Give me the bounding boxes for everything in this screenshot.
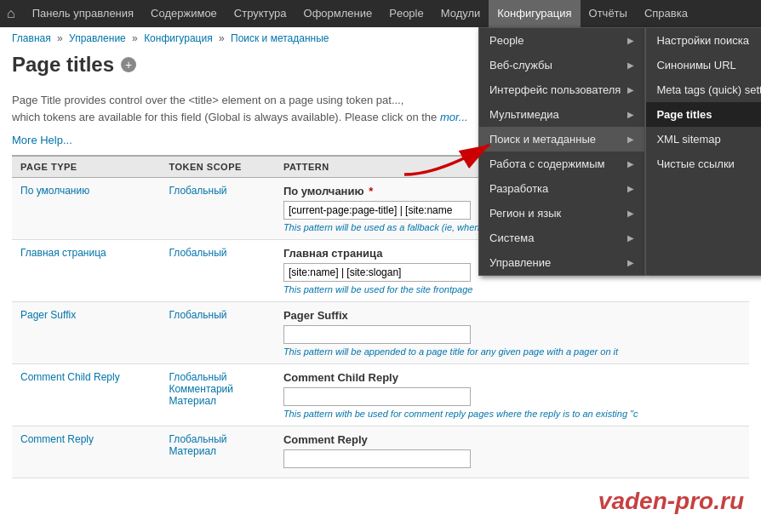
nav-design[interactable]: Оформление [295,0,381,27]
pattern-hint: This pattern will be appended to a page … [283,346,741,357]
breadcrumb-search-meta[interactable]: Поиск и метаданные [231,32,329,44]
arrow-icon: ▶ [627,36,634,45]
description-text2: which tokens are available for this fiel… [12,111,440,123]
nav-help[interactable]: Справка [636,0,696,27]
dropdown-level2: Настройки поиска Синонимы URL Meta tags … [645,27,761,276]
token-scope-cell: Глобальный [160,302,274,364]
menu-system[interactable]: Система ▶ [479,226,644,250]
pattern-cell: Comment Reply [275,426,749,478]
arrow-icon: ▶ [627,159,634,169]
breadcrumb-config[interactable]: Конфигурация [144,32,213,44]
page-type-cell: Главная страница [12,240,160,302]
arrow-icon: ▶ [627,134,634,144]
menu-multimedia[interactable]: Мультимедиа ▶ [479,102,644,127]
col-token-scope: TOKEN SCOPE [160,156,274,178]
arrow-icon: ▶ [627,60,634,70]
arrow-icon: ▶ [627,184,634,193]
page-type-cell: По умолчанию [12,178,160,240]
menu-search-settings[interactable]: Настройки поиска [646,28,761,53]
token-scope-cell: Глобальный Комментарий Материал [160,364,274,426]
menu-user-interface[interactable]: Интерфейс пользователя ▶ [479,77,644,102]
top-navigation: ⌂ Панель управления Содержимое Структура… [0,0,761,27]
menu-clean-urls[interactable]: Чистые ссылки [646,152,761,176]
more-link[interactable]: mor... [440,111,468,123]
menu-management[interactable]: Управление ▶ [479,250,644,275]
dropdown-container: People ▶ Веб-службы ▶ Интерфейс пользова… [478,27,761,276]
dropdown-level1: People ▶ Веб-службы ▶ Интерфейс пользова… [478,27,645,276]
pattern-input[interactable] [283,449,471,468]
menu-work-content[interactable]: Работа с содержимым ▶ [479,152,644,176]
menu-dev[interactable]: Разработка ▶ [479,176,644,201]
nav-people[interactable]: People [380,0,432,27]
pattern-input[interactable] [283,325,471,344]
arrow-icon: ▶ [627,258,634,267]
table-row: Pager Suffix Глобальный Pager Suffix Thi… [12,302,749,364]
nav-modules[interactable]: Модули [432,0,489,27]
breadcrumb-home[interactable]: Главная [12,32,51,44]
page-type-cell: Comment Reply [12,426,160,478]
nav-structure[interactable]: Структура [226,0,295,27]
menu-people[interactable]: People ▶ [479,28,644,53]
add-button[interactable]: + [121,57,136,72]
menu-web-services[interactable]: Веб-службы ▶ [479,53,644,77]
menu-url-synonyms[interactable]: Синонимы URL [646,53,761,77]
more-help-link[interactable]: More Help... [12,134,72,146]
arrow-icon: ▶ [627,110,634,119]
arrow-icon: ▶ [627,85,634,94]
page-type-cell: Comment Child Reply [12,364,160,426]
home-icon[interactable]: ⌂ [7,6,15,21]
required-marker: * [369,185,373,197]
page-title: Page titles [12,53,114,77]
arrow-icon: ▶ [627,209,634,218]
pattern-hint: This pattern with be used for comment re… [283,409,741,419]
table-row: Comment Reply Глобальный Материал Commen… [12,426,749,478]
pattern-input[interactable] [283,263,471,282]
pattern-cell: Pager Suffix This pattern will be append… [275,302,749,364]
col-page-type: PAGE TYPE [12,156,160,178]
token-scope-cell: Глобальный [160,240,274,302]
pattern-label: Comment Child Reply [283,371,741,384]
menu-page-titles[interactable]: Page titles [646,102,761,127]
nav-reports[interactable]: Отчёты [581,0,636,27]
menu-xml-sitemap[interactable]: XML sitemap ▶ [646,127,761,152]
breadcrumb-manage[interactable]: Управление [69,32,126,44]
nav-dashboard[interactable]: Панель управления [24,0,142,27]
pattern-input[interactable] [283,201,471,220]
pattern-cell: Comment Child Reply This pattern with be… [275,364,749,426]
nav-config[interactable]: Конфигурация [489,0,580,27]
pattern-input[interactable] [283,387,471,406]
menu-search-meta[interactable]: Поиск и метаданные ▶ [479,127,644,152]
page-type-cell: Pager Suffix [12,302,160,364]
token-scope-cell: Глобальный Материал [160,426,274,478]
nav-content[interactable]: Содержимое [142,0,226,27]
token-scope-cell: Глобальный [160,178,274,240]
menu-region-lang[interactable]: Регион и язык ▶ [479,201,644,226]
table-row: Comment Child Reply Глобальный Комментар… [12,364,749,426]
pattern-label: Pager Suffix [283,309,741,322]
description-text1: Page Title provides control over the <ti… [12,94,403,106]
pattern-hint: This pattern will be used for the site f… [283,284,741,295]
menu-meta-tags[interactable]: Meta tags (quick) settings [646,77,761,102]
arrow-icon: ▶ [627,233,634,243]
pattern-label: Comment Reply [283,433,741,446]
